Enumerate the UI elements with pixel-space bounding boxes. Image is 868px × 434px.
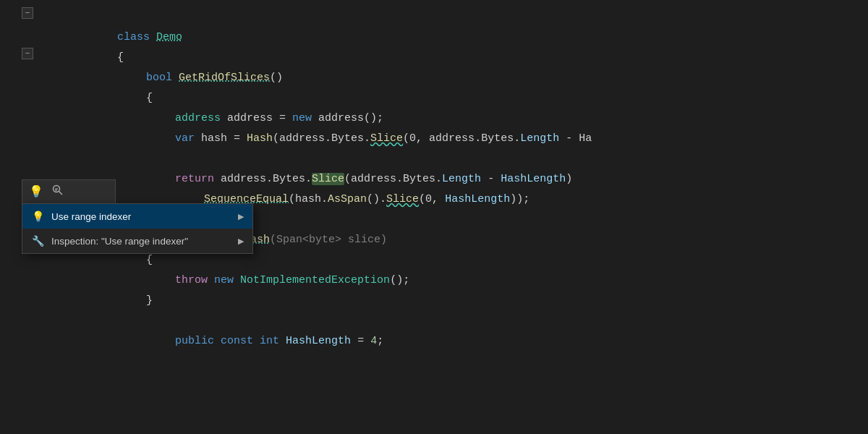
- lightbulb-icon: 💡: [29, 184, 43, 199]
- code-line: {: [0, 27, 868, 48]
- code-line: [0, 129, 868, 149]
- code-line: [0, 291, 868, 311]
- gutter: −: [0, 48, 58, 59]
- menu-item-label: Inspection: "Use range indexer": [51, 236, 188, 247]
- menu-wrench-icon: 🔧: [31, 234, 44, 247]
- menu-item-inspection[interactable]: 🔧 Inspection: "Use range indexer" ▶: [22, 229, 252, 253]
- code-area: − class Demo { − bool GetRidOfSlices(): [0, 0, 868, 339]
- menu-item-label: Use range indexer: [51, 211, 131, 222]
- popup-icon-toolbar: 💡: [22, 179, 116, 203]
- code-line: − bool GetRidOfSlices(): [0, 48, 868, 68]
- search-code-icon: [51, 184, 64, 200]
- svg-line-1: [59, 191, 63, 195]
- code-line: return address.Bytes.Slice(address.Bytes…: [0, 149, 868, 169]
- fold-icon[interactable]: −: [22, 48, 33, 59]
- code-line: address address = new address();: [0, 88, 868, 109]
- code-content: [58, 291, 868, 311]
- fold-icon[interactable]: −: [22, 7, 33, 19]
- menu-lightbulb-icon: 💡: [31, 210, 44, 223]
- lightbulb-button[interactable]: 💡: [27, 182, 46, 201]
- menu-item-arrow: ▶: [238, 212, 244, 221]
- code-line: var hash = Hash(address.Bytes.Slice(0, a…: [0, 109, 868, 129]
- code-line: public const int HashLength = 4;: [0, 311, 868, 331]
- code-content: public const int HashLength = 4;: [58, 311, 868, 372]
- search-code-button[interactable]: [48, 182, 67, 201]
- code-content: [58, 129, 868, 149]
- popup-container: 💡 💡 Use range indexer ▶: [22, 179, 253, 254]
- menu-item-arrow: ▶: [238, 237, 244, 246]
- code-line: {: [0, 68, 868, 88]
- context-menu: 💡 Use range indexer ▶ 🔧 Inspection: "Use…: [22, 203, 253, 254]
- code-line: − class Demo: [0, 7, 868, 27]
- code-line: }: [0, 271, 868, 291]
- code-editor: − class Demo { − bool GetRidOfSlices(): [0, 0, 868, 434]
- gutter: −: [0, 7, 58, 19]
- menu-item-use-range-indexer[interactable]: 💡 Use range indexer ▶: [22, 204, 252, 229]
